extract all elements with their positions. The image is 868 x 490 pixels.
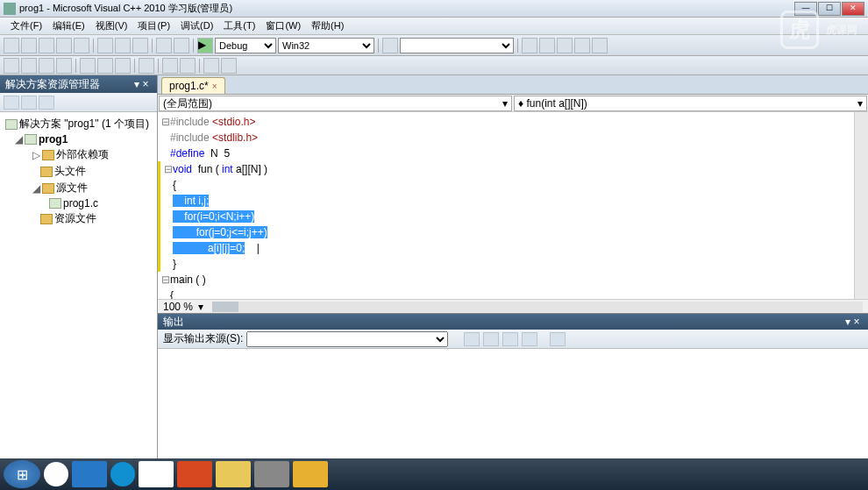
- solution-icon: [5, 119, 18, 130]
- menu-view[interactable]: 视图(V): [90, 18, 133, 34]
- tb-btn-5[interactable]: [592, 38, 608, 53]
- output-tb-4[interactable]: [522, 332, 537, 346]
- output-tb-3[interactable]: [502, 332, 518, 346]
- taskbar-app-1[interactable]: [72, 461, 107, 487]
- folder-icon: [42, 183, 54, 194]
- window-title: prog1 - Microsoft Visual C++ 2010 学习版(管理…: [19, 2, 794, 15]
- platform-select[interactable]: Win32: [278, 38, 374, 53]
- app-icon: [4, 3, 16, 15]
- windows-taskbar: ⊞: [0, 458, 868, 490]
- tb2-btn-1[interactable]: [4, 58, 19, 74]
- copy-button[interactable]: [115, 38, 131, 53]
- tb2-btn-3[interactable]: [39, 58, 54, 74]
- taskbar-app-4[interactable]: [293, 461, 328, 487]
- folder-icon: [42, 150, 54, 160]
- tb2-btn-2[interactable]: [21, 58, 37, 74]
- editor-scrollbar[interactable]: [854, 112, 868, 299]
- tb-btn-2[interactable]: [539, 38, 555, 53]
- start-debug-button[interactable]: ▶: [197, 38, 213, 53]
- solution-explorer: 解决方案资源管理器 ▾ × 解决方案 "prog1" (1 个项目) ◢prog…: [0, 75, 158, 471]
- expand-icon[interactable]: ◢: [14, 133, 23, 146]
- solution-tb-3[interactable]: [39, 96, 54, 110]
- menu-window[interactable]: 窗口(W): [260, 18, 306, 34]
- output-tb-2[interactable]: [483, 332, 499, 346]
- horizontal-scrollbar[interactable]: [212, 302, 863, 312]
- close-button[interactable]: ✕: [842, 2, 864, 16]
- menu-project[interactable]: 项目(P): [132, 18, 175, 34]
- tb2-btn-7[interactable]: [115, 58, 131, 74]
- tb2-btn-5[interactable]: [80, 58, 96, 74]
- tb-btn-4[interactable]: [574, 38, 590, 53]
- project-icon: [25, 134, 37, 145]
- menu-help[interactable]: 帮助(H): [306, 18, 349, 34]
- config-select[interactable]: Debug: [215, 38, 276, 53]
- title-bar: prog1 - Microsoft Visual C++ 2010 学习版(管理…: [0, 0, 868, 18]
- new-project-button[interactable]: [4, 38, 19, 53]
- solution-tree[interactable]: 解决方案 "prog1" (1 个项目) ◢prog1 ▷外部依赖项 头文件 ◢…: [0, 112, 157, 471]
- menu-edit[interactable]: 编辑(E): [47, 18, 90, 34]
- tb2-btn-8[interactable]: [139, 58, 154, 74]
- output-tb-1[interactable]: [464, 332, 480, 346]
- start-button[interactable]: ⊞: [4, 460, 40, 488]
- menu-tools[interactable]: 工具(T): [218, 18, 260, 34]
- panel-close-icon[interactable]: ×: [139, 78, 152, 90]
- taskbar-explorer-icon[interactable]: [216, 461, 251, 487]
- open-button[interactable]: [39, 38, 54, 53]
- c-file-icon: [49, 198, 61, 209]
- taskbar-app-3[interactable]: [254, 461, 289, 487]
- find-button[interactable]: [382, 38, 398, 53]
- output-panel: 输出 ▾ × 显示输出来源(S):: [158, 313, 868, 471]
- output-title: 输出: [163, 315, 184, 330]
- folder-icon: [40, 214, 53, 224]
- maximize-button[interactable]: ☐: [818, 2, 841, 16]
- taskbar-app-2[interactable]: [110, 462, 135, 486]
- expand-icon[interactable]: ◢: [32, 182, 40, 195]
- taskbar-powerpoint-icon[interactable]: [177, 461, 212, 487]
- tb2-btn-10[interactable]: [221, 58, 237, 74]
- expand-icon[interactable]: ▷: [32, 149, 40, 161]
- indent-more-button[interactable]: [180, 58, 196, 74]
- menu-file[interactable]: 文件(F): [5, 18, 47, 34]
- zoom-level[interactable]: 100 %: [163, 301, 193, 313]
- undo-button[interactable]: [156, 38, 172, 53]
- solution-explorer-title: 解决方案资源管理器: [5, 77, 100, 92]
- solution-tb-1[interactable]: [4, 96, 19, 110]
- save-button[interactable]: [56, 38, 72, 53]
- tab-close-icon[interactable]: ×: [212, 82, 217, 91]
- tb2-btn-6[interactable]: [97, 58, 113, 74]
- paste-button[interactable]: [132, 38, 148, 53]
- tb-btn-1[interactable]: [522, 38, 537, 53]
- tb-btn-3[interactable]: [557, 38, 573, 53]
- taskbar-chrome-icon[interactable]: [44, 462, 68, 486]
- scope-right-select[interactable]: ♦ fun(int a[][N])▾: [514, 96, 867, 111]
- menu-bar: 文件(F) 编辑(E) 视图(V) 项目(P) 调试(D) 工具(T) 窗口(W…: [0, 18, 868, 35]
- taskbar-qq-icon[interactable]: [139, 461, 174, 487]
- secondary-toolbar: [0, 56, 868, 75]
- output-text[interactable]: [158, 349, 868, 471]
- redo-button[interactable]: [174, 38, 189, 53]
- output-close-icon[interactable]: ×: [850, 316, 863, 328]
- find-select[interactable]: [400, 38, 514, 53]
- editor-tabs: prog1.c* ×: [158, 75, 868, 95]
- tb2-btn-9[interactable]: [203, 58, 219, 74]
- indent-less-button[interactable]: [162, 58, 178, 74]
- minimize-button[interactable]: —: [794, 2, 817, 16]
- cut-button[interactable]: [97, 38, 113, 53]
- code-editor[interactable]: ⊟#include <stdio.h> #include <stdlib.h> …: [158, 112, 868, 299]
- menu-debug[interactable]: 调试(D): [175, 18, 218, 34]
- file-tab[interactable]: prog1.c* ×: [161, 77, 225, 94]
- save-all-button[interactable]: [74, 38, 89, 53]
- scope-left-select[interactable]: (全局范围)▾: [159, 96, 512, 111]
- output-tb-5[interactable]: [550, 332, 566, 346]
- main-toolbar: ▶ Debug Win32: [0, 35, 868, 56]
- add-item-button[interactable]: [21, 38, 37, 53]
- solution-tb-2[interactable]: [21, 96, 37, 110]
- output-source-select[interactable]: [246, 331, 448, 347]
- tb2-btn-4[interactable]: [56, 58, 72, 74]
- output-source-label: 显示输出来源(S):: [163, 331, 243, 346]
- folder-icon: [40, 167, 53, 177]
